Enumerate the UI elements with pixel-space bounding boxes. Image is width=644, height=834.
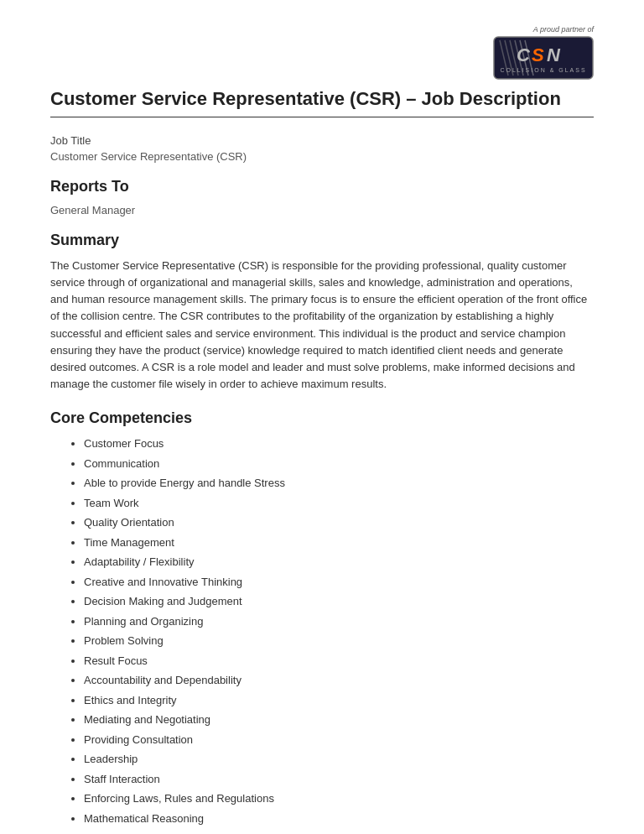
competency-item: Decision Making and Judgement — [84, 593, 594, 610]
competencies-list: Customer FocusCommunicationAble to provi… — [50, 435, 594, 826]
competency-item: Creative and Innovative Thinking — [84, 574, 594, 591]
header-area: A proud partner of C — [50, 25, 594, 80]
competency-item: Team Work — [84, 495, 594, 512]
page-title: Customer Service Representative (CSR) – … — [50, 88, 594, 117]
logo-wrapper: A proud partner of C — [493, 25, 594, 80]
competency-item: Providing Consultation — [84, 732, 594, 748]
competency-item: Able to provide Energy and handle Stress — [84, 475, 594, 492]
summary-text: The Customer Service Representative (CSR… — [50, 258, 594, 393]
competency-item: Problem Solving — [84, 633, 594, 649]
competency-item: Enforcing Laws, Rules and Regulations — [84, 790, 594, 807]
job-title-value: Customer Service Representative (CSR) — [50, 150, 594, 163]
competency-item: Ethics and Integrity — [84, 692, 594, 709]
csn-logo-svg: C S N COLLISION & GLASS — [493, 36, 594, 80]
proud-partner-text: A proud partner of — [533, 25, 594, 34]
competency-item: Accountability and Dependability — [84, 672, 594, 689]
competency-item: Mediating and Negotiating — [84, 712, 594, 728]
summary-heading: Summary — [50, 232, 594, 249]
svg-text:C: C — [517, 44, 531, 65]
competency-item: Time Management — [84, 534, 594, 551]
reports-to-heading: Reports To — [50, 178, 594, 195]
competency-item: Customer Focus — [84, 435, 594, 452]
competency-item: Leadership — [84, 751, 594, 768]
competencies-heading: Core Competencies — [50, 409, 594, 427]
svg-text:N: N — [547, 44, 561, 65]
svg-text:COLLISION & GLASS: COLLISION & GLASS — [500, 67, 586, 73]
csn-logo: C S N COLLISION & GLASS — [493, 36, 594, 80]
competency-item: Result Focus — [84, 653, 594, 670]
job-title-label: Job Title — [50, 134, 594, 147]
competency-item: Mathematical Reasoning — [84, 811, 594, 827]
competency-item: Quality Orientation — [84, 514, 594, 531]
reports-to-value: General Manager — [50, 204, 594, 216]
competency-item: Planning and Organizing — [84, 613, 594, 630]
svg-text:S: S — [532, 44, 545, 65]
page: A proud partner of C — [0, 0, 644, 834]
competency-item: Staff Interaction — [84, 771, 594, 788]
competency-item: Communication — [84, 456, 594, 472]
competency-item: Adaptability / Flexibility — [84, 554, 594, 571]
